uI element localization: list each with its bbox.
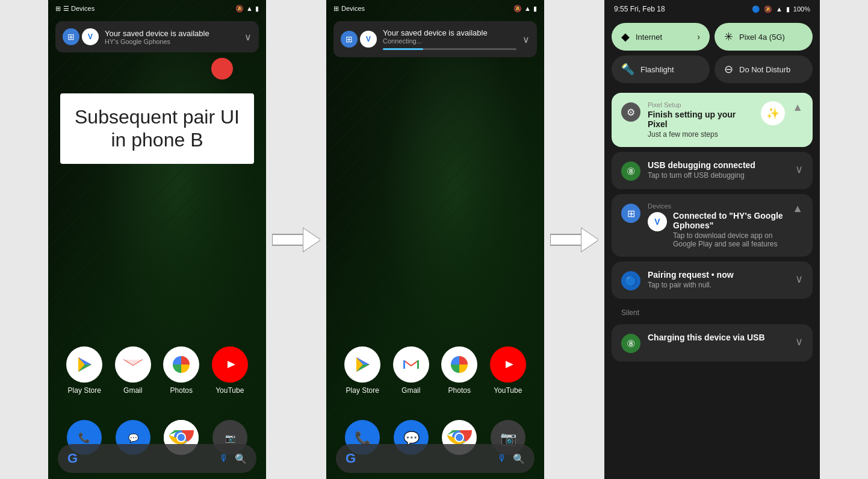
svg-point-39 bbox=[456, 434, 463, 441]
panel-status-bar: 9:55 Fri, Feb 18 🔵 🔕 ▲ ▮ 100% bbox=[604, 0, 820, 18]
vlogo-icon-2: V bbox=[360, 31, 377, 48]
status-right-2: 🔕 ▲ ▮ bbox=[513, 5, 537, 13]
search-bar-2[interactable]: G 🎙 🔍 bbox=[336, 444, 535, 473]
notif-chevron-2[interactable]: ∨ bbox=[522, 34, 530, 45]
notif-subtitle-1: HY's Google Gphones bbox=[105, 38, 238, 45]
pixel-setup-gear-icon: ⚙ bbox=[621, 102, 640, 122]
youtube-icon-1 bbox=[212, 346, 248, 383]
pixel-setup-content: Pixel Setup Finish setting up your Pixel… bbox=[648, 101, 754, 139]
devices-expand-icon[interactable]: ▲ bbox=[792, 202, 803, 215]
charging-notification[interactable]: ⑧ Charging this device via USB ∨ bbox=[612, 324, 813, 362]
usb-debug-subtitle: Tap to turn off USB debugging bbox=[648, 171, 788, 180]
vlogo-icon-1: V bbox=[82, 28, 99, 45]
mic-icon-2[interactable]: 🎙 bbox=[497, 453, 507, 464]
qs-tile-flashlight[interactable]: 🔦 Flashlight bbox=[612, 55, 710, 83]
progress-fill bbox=[383, 48, 423, 50]
mute-icon-panel: 🔕 bbox=[764, 5, 772, 13]
search-bar-1[interactable]: G 🎙 🔍 bbox=[58, 444, 256, 473]
battery-icon-panel: ▮ bbox=[786, 5, 790, 13]
charging-content: Charging this device via USB bbox=[648, 333, 788, 342]
saved-device-notification-2[interactable]: ⊞ V Your saved device is available Conne… bbox=[333, 21, 537, 57]
phone-background-2 bbox=[326, 0, 544, 479]
gmail-icon-1 bbox=[115, 346, 151, 383]
app-gmail-1[interactable]: Gmail bbox=[112, 346, 154, 395]
saved-device-notification-1[interactable]: ⊞ V Your saved device is available HY's … bbox=[55, 21, 259, 52]
battery-icon: ▮ bbox=[255, 5, 259, 13]
notification-panel: 9:55 Fri, Feb 18 🔵 🔕 ▲ ▮ 100% ◆ Internet… bbox=[604, 0, 820, 479]
pixel-setup-title: Finish setting up your Pixel bbox=[648, 110, 754, 129]
phone-screen-2: ⊞ Devices 🔕 ▲ ▮ ⊞ V Your saved device is… bbox=[326, 0, 544, 479]
photos-icon-2 bbox=[441, 346, 477, 383]
grid-icon: ⊞ bbox=[55, 5, 61, 13]
app-playstore-1[interactable]: Play Store bbox=[63, 346, 105, 395]
vlogo-panel-icon: V bbox=[648, 212, 667, 231]
lens-icon-1[interactable]: 🔍 bbox=[235, 453, 247, 465]
photos-label-1: Photos bbox=[170, 386, 193, 395]
app-youtube-1[interactable]: YouTube bbox=[209, 346, 251, 395]
notif-text-2: Your saved device is available Connectin… bbox=[383, 28, 516, 50]
qs-tile-dnd[interactable]: ⊖ Do Not Disturb bbox=[715, 55, 813, 83]
app-youtube-2[interactable]: YouTube bbox=[487, 346, 529, 395]
svg-rect-42 bbox=[550, 234, 581, 245]
app-playstore-2[interactable]: Play Store bbox=[341, 346, 383, 395]
youtube-icon-2 bbox=[490, 346, 526, 383]
status-bar-2: ⊞ Devices 🔕 ▲ ▮ bbox=[326, 0, 544, 17]
gmail-icon-2 bbox=[393, 346, 429, 383]
gmail-label-2: Gmail bbox=[401, 386, 420, 395]
devices-app-name: Devices bbox=[648, 202, 671, 210]
panel-status-icons: 🔵 🔕 ▲ ▮ 100% bbox=[752, 5, 810, 13]
google-g-icon-2: G bbox=[346, 451, 356, 466]
pixel-setup-app-name: Pixel Setup bbox=[648, 101, 681, 108]
devices-header: Devices bbox=[648, 202, 785, 210]
playstore-label-1: Play Store bbox=[68, 386, 101, 395]
charging-expand-icon[interactable]: ∨ bbox=[795, 335, 803, 348]
playstore-icon-1 bbox=[66, 346, 102, 383]
mute-icon-2: 🔕 bbox=[513, 5, 522, 13]
qs-tile-pixel4a[interactable]: ✳ Pixel 4a (5G) bbox=[715, 23, 813, 51]
phone-background-1 bbox=[48, 0, 266, 479]
usb-debug-content: USB debugging connected Tap to turn off … bbox=[648, 160, 788, 180]
dnd-icon: ⊖ bbox=[724, 63, 733, 76]
status-left-2: ⊞ Devices bbox=[333, 5, 365, 13]
devices-notification[interactable]: ⊞ Devices V Connected to "HY's Google Gp… bbox=[612, 194, 813, 257]
pixel-setup-expand-icon[interactable]: ▲ bbox=[792, 101, 803, 114]
bt-icon: 🔵 bbox=[752, 5, 760, 13]
mic-icon-1[interactable]: 🎙 bbox=[219, 453, 229, 464]
qs-tile-internet[interactable]: ◆ Internet › bbox=[612, 23, 710, 51]
devices-icon-1: ⊞ bbox=[63, 28, 79, 45]
pairing-request-notification[interactable]: 🔵 Pairing request • now Tap to pair with… bbox=[612, 261, 813, 299]
phone-screen-1: ⊞ ☰ Devices 🔕 ▲ ▮ ⊞ V Your saved device … bbox=[48, 0, 266, 479]
wifi-icon: ▲ bbox=[246, 5, 253, 12]
qs-internet-label: Internet bbox=[636, 33, 662, 42]
label-text: Subsequent pair UI in phone B bbox=[75, 105, 240, 152]
notif-chevron-1[interactable]: ∨ bbox=[244, 31, 252, 43]
lens-icon-2[interactable]: 🔍 bbox=[513, 453, 525, 465]
pairing-expand-icon[interactable]: ∨ bbox=[795, 272, 803, 286]
devices-panel-icon: ⊞ bbox=[621, 204, 640, 223]
app-row-1: Play Store Gmail bbox=[60, 346, 254, 395]
status-left-1: ⊞ ☰ Devices bbox=[55, 5, 95, 13]
quick-settings-grid: ◆ Internet › ✳ Pixel 4a (5G) 🔦 Flashligh… bbox=[604, 18, 820, 88]
flashlight-icon: 🔦 bbox=[621, 63, 634, 76]
wifi-icon-2: ▲ bbox=[524, 5, 531, 12]
photos-icon-1 bbox=[163, 346, 199, 383]
notif-subtitle-2: Connecting... bbox=[383, 37, 516, 45]
usb-debug-expand-icon[interactable]: ∨ bbox=[795, 163, 803, 176]
status-bar-1: ⊞ ☰ Devices 🔕 ▲ ▮ bbox=[48, 0, 266, 17]
app-photos-1[interactable]: Photos bbox=[160, 346, 202, 395]
youtube-label-2: YouTube bbox=[494, 386, 522, 395]
playstore-icon-2 bbox=[344, 346, 380, 383]
pixel-setup-notification[interactable]: ⚙ Pixel Setup Finish setting up your Pix… bbox=[612, 93, 813, 147]
search-icons-1: 🎙 🔍 bbox=[219, 453, 247, 465]
app-grid-2: Play Store Gmail bbox=[326, 346, 544, 407]
google-g-icon-1: G bbox=[67, 451, 78, 466]
usb-debug-notification[interactable]: ⑧ USB debugging connected Tap to turn of… bbox=[612, 152, 813, 189]
status-device-label: ☰ Devices bbox=[63, 5, 95, 13]
photos-label-2: Photos bbox=[448, 386, 471, 395]
app-photos-2[interactable]: Photos bbox=[438, 346, 480, 395]
app-grid-1: Play Store Gmail bbox=[48, 346, 266, 407]
svg-marker-21 bbox=[303, 228, 320, 251]
pairing-subtitle: Tap to pair with null. bbox=[648, 281, 788, 289]
app-gmail-2[interactable]: Gmail bbox=[390, 346, 432, 395]
arrow-shape-1 bbox=[272, 225, 320, 255]
